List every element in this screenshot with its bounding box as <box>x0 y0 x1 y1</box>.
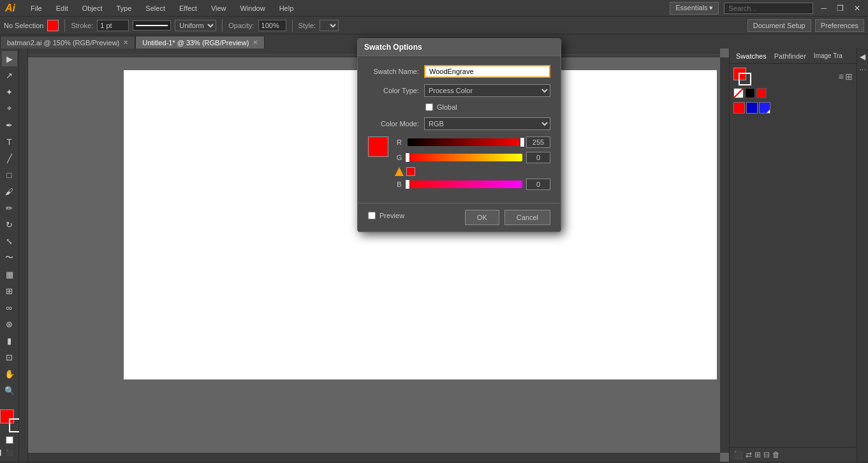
color-mode-label: Color Mode: <box>368 120 419 128</box>
preview-label: Preview <box>379 212 404 219</box>
ok-button[interactable]: OK <box>465 210 499 225</box>
dialog-footer: Preview OK Cancel <box>358 203 561 231</box>
color-type-label: Color Type: <box>368 87 419 94</box>
r-slider-track[interactable] <box>408 138 522 146</box>
r-channel-label: R <box>395 138 404 146</box>
warning-color-box <box>406 167 415 176</box>
swatch-name-label: Swatch Name: <box>368 68 419 75</box>
b-slider-row: B <box>395 179 550 190</box>
rgb-sliders: R G <box>395 136 550 194</box>
warning-indicator <box>395 167 550 176</box>
swatch-options-dialog: Swatch Options Swatch Name: Color Type: … <box>357 38 561 232</box>
g-slider-track[interactable] <box>408 154 522 161</box>
b-value-input[interactable] <box>526 179 550 190</box>
swatch-name-input[interactable] <box>424 65 550 78</box>
dialog-title: Swatch Options <box>364 43 422 52</box>
swatch-name-row: Swatch Name: <box>368 65 550 78</box>
color-type-row: Color Type: Process Color Spot Color <box>368 84 550 97</box>
color-sliders-section: R G <box>368 136 550 194</box>
color-mode-row: Color Mode: RGB CMYK HSB Grayscale <box>368 117 550 130</box>
r-slider-thumb[interactable] <box>520 137 525 147</box>
dialog-title-bar: Swatch Options <box>358 39 561 56</box>
dialog-body: Swatch Name: Color Type: Process Color S… <box>358 56 561 203</box>
dialog-overlay: Swatch Options Swatch Name: Color Type: … <box>0 0 868 463</box>
global-label: Global <box>437 103 457 111</box>
r-value-input[interactable] <box>526 136 550 148</box>
g-channel-label: G <box>395 154 404 161</box>
color-preview <box>368 136 388 157</box>
cancel-button[interactable]: Cancel <box>504 210 550 225</box>
b-channel-label: B <box>395 180 404 188</box>
b-slider-thumb[interactable] <box>405 179 410 189</box>
global-checkbox[interactable] <box>425 103 433 111</box>
warning-triangle-icon[interactable] <box>395 167 404 176</box>
preview-row: Preview <box>368 212 460 219</box>
global-row: Global <box>368 103 550 111</box>
warning-row <box>395 167 550 176</box>
g-slider-row: G <box>395 152 550 163</box>
color-mode-select[interactable]: RGB CMYK HSB Grayscale <box>424 117 550 130</box>
r-slider-row: R <box>395 136 550 148</box>
color-type-select[interactable]: Process Color Spot Color <box>424 84 550 97</box>
g-value-input[interactable] <box>526 152 550 163</box>
b-slider-track[interactable] <box>408 180 522 188</box>
g-slider-thumb[interactable] <box>405 152 410 163</box>
preview-checkbox[interactable] <box>368 212 376 219</box>
